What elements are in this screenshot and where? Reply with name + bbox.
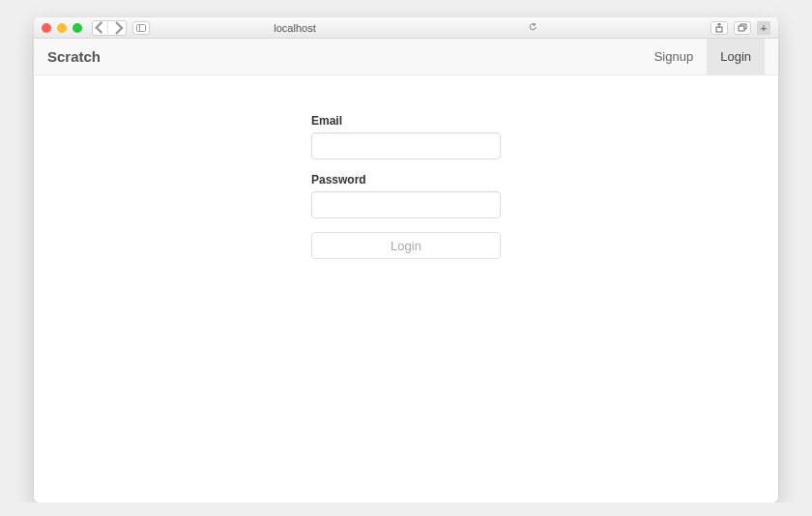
email-label: Email	[311, 114, 501, 128]
address-bar[interactable]: localhost	[274, 22, 537, 34]
navbar: Scratch Signup Login	[34, 39, 778, 75]
close-window-icon[interactable]	[42, 23, 51, 33]
password-label: Password	[311, 173, 501, 186]
minimize-window-icon[interactable]	[57, 23, 67, 33]
brand-title[interactable]: Scratch	[47, 39, 101, 74]
password-group: Password	[311, 173, 501, 218]
titlebar-right: +	[710, 21, 770, 35]
reload-icon[interactable]	[529, 22, 538, 34]
nav-link-signup[interactable]: Signup	[641, 39, 707, 74]
browser-titlebar: localhost +	[34, 17, 778, 39]
svg-rect-0	[137, 24, 146, 31]
nav-right: Signup Login	[641, 39, 765, 74]
login-button[interactable]: Login	[311, 232, 501, 259]
fullscreen-window-icon[interactable]	[72, 23, 82, 33]
email-group: Email	[311, 114, 501, 159]
nav-link-login[interactable]: Login	[707, 39, 765, 74]
share-button[interactable]	[710, 21, 728, 35]
back-button[interactable]	[93, 21, 108, 35]
traffic-lights	[42, 23, 82, 33]
tabs-button[interactable]	[734, 21, 751, 35]
sidebar-toggle-button[interactable]	[132, 21, 150, 35]
password-field[interactable]	[311, 191, 501, 218]
main-content: Email Password Login	[34, 75, 778, 259]
login-form: Email Password Login	[311, 114, 501, 259]
forward-button[interactable]	[110, 21, 126, 35]
browser-window: localhost + Scratch Signup Login	[34, 17, 778, 502]
nav-arrow-group	[92, 20, 127, 36]
new-tab-button[interactable]: +	[757, 21, 770, 35]
page-viewport: Scratch Signup Login Email Password Logi…	[34, 39, 778, 502]
url-text: localhost	[274, 22, 315, 34]
svg-rect-3	[739, 26, 744, 31]
email-field[interactable]	[311, 132, 501, 159]
